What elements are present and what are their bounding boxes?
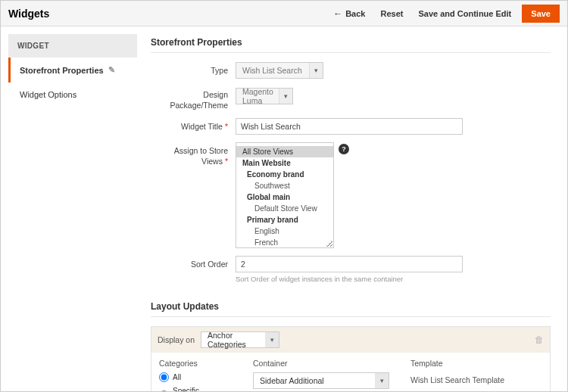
chevron-down-icon: ▾ (265, 332, 279, 347)
container-select[interactable]: Sidebar Additional ▾ (253, 372, 389, 389)
sidebar-item-widget-options[interactable]: Widget Options (8, 82, 137, 107)
template-label: Template (410, 359, 542, 368)
storeview-option-southwest[interactable]: Southwest (236, 180, 333, 191)
sidebar-item-storefront-properties[interactable]: Storefront Properties ✎ (8, 58, 137, 82)
container-label: Container (253, 359, 389, 368)
radio-specific-label: Specific Categories (173, 387, 232, 391)
radio-all-label: All (173, 373, 181, 381)
pencil-icon: ✎ (108, 65, 115, 75)
sortorder-label: Sort Order (151, 256, 236, 270)
widget-title-input[interactable] (236, 118, 463, 135)
radio-specific-input[interactable] (159, 390, 169, 391)
chevron-down-icon: ▾ (309, 63, 323, 78)
display-on-select[interactable]: Anchor Categories ▾ (201, 331, 279, 348)
chevron-down-icon: ▾ (375, 373, 389, 388)
container-value: Sidebar Additional (254, 376, 375, 385)
design-value: Magento Luma (236, 87, 279, 105)
save-continue-button[interactable]: Save and Continue Edit (410, 5, 519, 23)
page-title: Widgets (8, 8, 49, 20)
radio-all-input[interactable] (159, 372, 169, 382)
save-button[interactable]: Save (522, 5, 560, 23)
type-value: Wish List Search (236, 66, 309, 75)
arrow-left-icon: ← (333, 8, 342, 19)
storeview-option-all[interactable]: All Store Views (236, 146, 333, 157)
sidebar-item-label: Widget Options (20, 90, 76, 99)
radio-specific[interactable]: Specific Categories (159, 387, 232, 391)
categories-label: Categories (159, 359, 232, 368)
type-select: Wish List Search ▾ (236, 62, 323, 79)
trash-icon[interactable]: 🗑 (535, 334, 544, 345)
storefront-section-title: Storefront Properties (151, 37, 551, 48)
template-value: Wish List Search Template (410, 372, 542, 384)
radio-all[interactable]: All (159, 372, 232, 382)
back-label: Back (345, 9, 365, 18)
storeview-option-english[interactable]: English (236, 226, 333, 237)
type-label: Type (151, 62, 236, 76)
chevron-down-icon: ▾ (279, 89, 292, 104)
storeview-option-french[interactable]: French (236, 237, 333, 248)
design-select: Magento Luma ▾ (236, 88, 293, 104)
design-label: DesignPackage/Theme (151, 86, 236, 110)
back-button[interactable]: ←Back (326, 4, 373, 23)
widget-title-label: Widget Title* (151, 118, 236, 132)
storeviews-label: Assign to Store Views* (151, 142, 236, 166)
sidebar-heading: WIDGET (8, 34, 137, 58)
storeview-option-primary[interactable]: Primary brand (236, 214, 333, 226)
storeview-option-economy[interactable]: Economy brand (236, 169, 333, 180)
display-on-label: Display on (158, 335, 195, 344)
layout-section-title: Layout Updates (151, 301, 551, 312)
help-icon[interactable]: ? (339, 144, 349, 154)
storeviews-multiselect[interactable]: All Store Views Main Website Economy bra… (236, 142, 334, 248)
storeview-option-global[interactable]: Global main (236, 191, 333, 203)
display-on-value: Anchor Categories (201, 331, 265, 349)
reset-button[interactable]: Reset (373, 5, 410, 23)
sidebar-item-label: Storefront Properties (20, 66, 104, 75)
sortorder-input[interactable] (236, 256, 463, 272)
layout-update-block: Display on Anchor Categories ▾ 🗑 Categor… (151, 326, 551, 391)
sortorder-hint: Sort Order of widget instances in the sa… (236, 275, 551, 283)
storeview-option-main-website[interactable]: Main Website (236, 157, 333, 169)
storeview-option-default[interactable]: Default Store View (236, 203, 333, 214)
resize-handle-icon: ⋰ (326, 240, 332, 247)
